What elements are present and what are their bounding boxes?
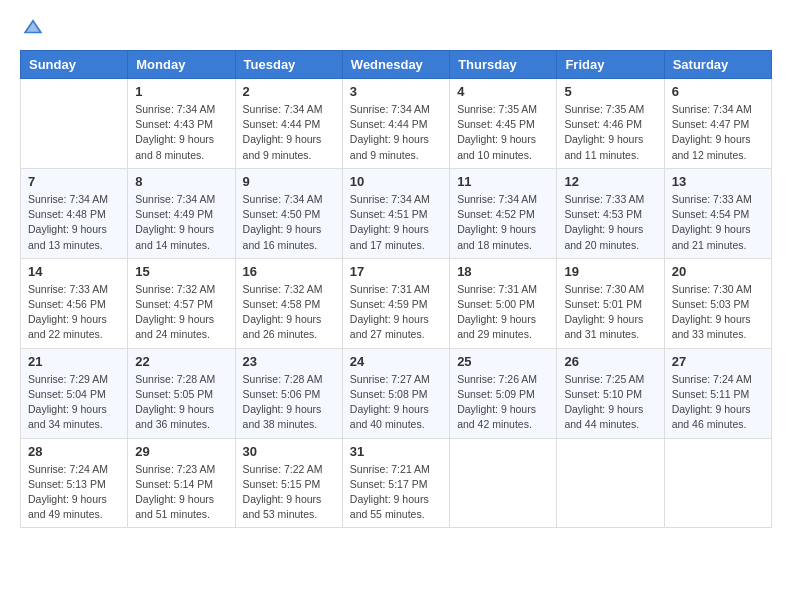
day-info: Sunrise: 7:26 AM Sunset: 5:09 PM Dayligh…	[457, 372, 549, 433]
calendar-cell: 1Sunrise: 7:34 AM Sunset: 4:43 PM Daylig…	[128, 79, 235, 169]
day-info: Sunrise: 7:31 AM Sunset: 4:59 PM Dayligh…	[350, 282, 442, 343]
calendar-cell	[21, 79, 128, 169]
day-info: Sunrise: 7:24 AM Sunset: 5:13 PM Dayligh…	[28, 462, 120, 523]
day-number: 5	[564, 84, 656, 99]
logo	[20, 16, 44, 38]
day-info: Sunrise: 7:33 AM Sunset: 4:56 PM Dayligh…	[28, 282, 120, 343]
day-number: 31	[350, 444, 442, 459]
day-info: Sunrise: 7:33 AM Sunset: 4:54 PM Dayligh…	[672, 192, 764, 253]
day-number: 30	[243, 444, 335, 459]
calendar-cell: 22Sunrise: 7:28 AM Sunset: 5:05 PM Dayli…	[128, 348, 235, 438]
calendar-cell: 19Sunrise: 7:30 AM Sunset: 5:01 PM Dayli…	[557, 258, 664, 348]
day-info: Sunrise: 7:34 AM Sunset: 4:51 PM Dayligh…	[350, 192, 442, 253]
calendar-week-row: 21Sunrise: 7:29 AM Sunset: 5:04 PM Dayli…	[21, 348, 772, 438]
day-info: Sunrise: 7:30 AM Sunset: 5:01 PM Dayligh…	[564, 282, 656, 343]
day-number: 29	[135, 444, 227, 459]
weekday-header-saturday: Saturday	[664, 51, 771, 79]
day-info: Sunrise: 7:31 AM Sunset: 5:00 PM Dayligh…	[457, 282, 549, 343]
day-number: 9	[243, 174, 335, 189]
day-info: Sunrise: 7:35 AM Sunset: 4:45 PM Dayligh…	[457, 102, 549, 163]
calendar-header: SundayMondayTuesdayWednesdayThursdayFrid…	[21, 51, 772, 79]
day-info: Sunrise: 7:34 AM Sunset: 4:50 PM Dayligh…	[243, 192, 335, 253]
day-info: Sunrise: 7:34 AM Sunset: 4:44 PM Dayligh…	[243, 102, 335, 163]
day-number: 21	[28, 354, 120, 369]
calendar-cell: 8Sunrise: 7:34 AM Sunset: 4:49 PM Daylig…	[128, 168, 235, 258]
calendar-cell: 2Sunrise: 7:34 AM Sunset: 4:44 PM Daylig…	[235, 79, 342, 169]
day-number: 8	[135, 174, 227, 189]
weekday-header-friday: Friday	[557, 51, 664, 79]
day-number: 18	[457, 264, 549, 279]
calendar-cell: 11Sunrise: 7:34 AM Sunset: 4:52 PM Dayli…	[450, 168, 557, 258]
day-number: 3	[350, 84, 442, 99]
day-number: 16	[243, 264, 335, 279]
day-number: 24	[350, 354, 442, 369]
calendar-body: 1Sunrise: 7:34 AM Sunset: 4:43 PM Daylig…	[21, 79, 772, 528]
header	[20, 16, 772, 38]
day-number: 12	[564, 174, 656, 189]
calendar-cell: 31Sunrise: 7:21 AM Sunset: 5:17 PM Dayli…	[342, 438, 449, 528]
calendar-cell: 30Sunrise: 7:22 AM Sunset: 5:15 PM Dayli…	[235, 438, 342, 528]
day-number: 25	[457, 354, 549, 369]
calendar-cell: 13Sunrise: 7:33 AM Sunset: 4:54 PM Dayli…	[664, 168, 771, 258]
calendar-cell: 29Sunrise: 7:23 AM Sunset: 5:14 PM Dayli…	[128, 438, 235, 528]
day-number: 4	[457, 84, 549, 99]
day-number: 28	[28, 444, 120, 459]
calendar-cell: 6Sunrise: 7:34 AM Sunset: 4:47 PM Daylig…	[664, 79, 771, 169]
weekday-header-tuesday: Tuesday	[235, 51, 342, 79]
day-info: Sunrise: 7:32 AM Sunset: 4:58 PM Dayligh…	[243, 282, 335, 343]
weekday-header-thursday: Thursday	[450, 51, 557, 79]
calendar-cell: 17Sunrise: 7:31 AM Sunset: 4:59 PM Dayli…	[342, 258, 449, 348]
calendar-cell: 26Sunrise: 7:25 AM Sunset: 5:10 PM Dayli…	[557, 348, 664, 438]
day-number: 15	[135, 264, 227, 279]
day-info: Sunrise: 7:28 AM Sunset: 5:06 PM Dayligh…	[243, 372, 335, 433]
day-number: 7	[28, 174, 120, 189]
day-number: 17	[350, 264, 442, 279]
day-number: 11	[457, 174, 549, 189]
calendar-cell: 21Sunrise: 7:29 AM Sunset: 5:04 PM Dayli…	[21, 348, 128, 438]
day-info: Sunrise: 7:34 AM Sunset: 4:48 PM Dayligh…	[28, 192, 120, 253]
weekday-header-sunday: Sunday	[21, 51, 128, 79]
calendar-cell: 7Sunrise: 7:34 AM Sunset: 4:48 PM Daylig…	[21, 168, 128, 258]
calendar-cell: 18Sunrise: 7:31 AM Sunset: 5:00 PM Dayli…	[450, 258, 557, 348]
calendar-cell: 16Sunrise: 7:32 AM Sunset: 4:58 PM Dayli…	[235, 258, 342, 348]
day-number: 19	[564, 264, 656, 279]
calendar-cell: 24Sunrise: 7:27 AM Sunset: 5:08 PM Dayli…	[342, 348, 449, 438]
calendar-cell: 14Sunrise: 7:33 AM Sunset: 4:56 PM Dayli…	[21, 258, 128, 348]
calendar-cell: 15Sunrise: 7:32 AM Sunset: 4:57 PM Dayli…	[128, 258, 235, 348]
day-info: Sunrise: 7:28 AM Sunset: 5:05 PM Dayligh…	[135, 372, 227, 433]
day-number: 20	[672, 264, 764, 279]
day-number: 23	[243, 354, 335, 369]
day-info: Sunrise: 7:22 AM Sunset: 5:15 PM Dayligh…	[243, 462, 335, 523]
day-number: 27	[672, 354, 764, 369]
calendar-cell: 23Sunrise: 7:28 AM Sunset: 5:06 PM Dayli…	[235, 348, 342, 438]
weekday-header-wednesday: Wednesday	[342, 51, 449, 79]
day-info: Sunrise: 7:24 AM Sunset: 5:11 PM Dayligh…	[672, 372, 764, 433]
calendar-cell: 28Sunrise: 7:24 AM Sunset: 5:13 PM Dayli…	[21, 438, 128, 528]
calendar-cell: 20Sunrise: 7:30 AM Sunset: 5:03 PM Dayli…	[664, 258, 771, 348]
calendar-cell	[557, 438, 664, 528]
day-number: 13	[672, 174, 764, 189]
day-info: Sunrise: 7:32 AM Sunset: 4:57 PM Dayligh…	[135, 282, 227, 343]
day-info: Sunrise: 7:34 AM Sunset: 4:52 PM Dayligh…	[457, 192, 549, 253]
day-number: 1	[135, 84, 227, 99]
day-info: Sunrise: 7:27 AM Sunset: 5:08 PM Dayligh…	[350, 372, 442, 433]
day-info: Sunrise: 7:33 AM Sunset: 4:53 PM Dayligh…	[564, 192, 656, 253]
day-number: 14	[28, 264, 120, 279]
calendar-cell: 5Sunrise: 7:35 AM Sunset: 4:46 PM Daylig…	[557, 79, 664, 169]
weekday-header-row: SundayMondayTuesdayWednesdayThursdayFrid…	[21, 51, 772, 79]
day-info: Sunrise: 7:30 AM Sunset: 5:03 PM Dayligh…	[672, 282, 764, 343]
calendar-cell: 27Sunrise: 7:24 AM Sunset: 5:11 PM Dayli…	[664, 348, 771, 438]
weekday-header-monday: Monday	[128, 51, 235, 79]
day-info: Sunrise: 7:23 AM Sunset: 5:14 PM Dayligh…	[135, 462, 227, 523]
logo-icon	[22, 16, 44, 38]
calendar-table: SundayMondayTuesdayWednesdayThursdayFrid…	[20, 50, 772, 528]
calendar-cell: 25Sunrise: 7:26 AM Sunset: 5:09 PM Dayli…	[450, 348, 557, 438]
day-number: 26	[564, 354, 656, 369]
day-info: Sunrise: 7:35 AM Sunset: 4:46 PM Dayligh…	[564, 102, 656, 163]
calendar-cell	[664, 438, 771, 528]
calendar-cell	[450, 438, 557, 528]
calendar-cell: 10Sunrise: 7:34 AM Sunset: 4:51 PM Dayli…	[342, 168, 449, 258]
calendar-week-row: 7Sunrise: 7:34 AM Sunset: 4:48 PM Daylig…	[21, 168, 772, 258]
day-info: Sunrise: 7:34 AM Sunset: 4:49 PM Dayligh…	[135, 192, 227, 253]
calendar-cell: 12Sunrise: 7:33 AM Sunset: 4:53 PM Dayli…	[557, 168, 664, 258]
